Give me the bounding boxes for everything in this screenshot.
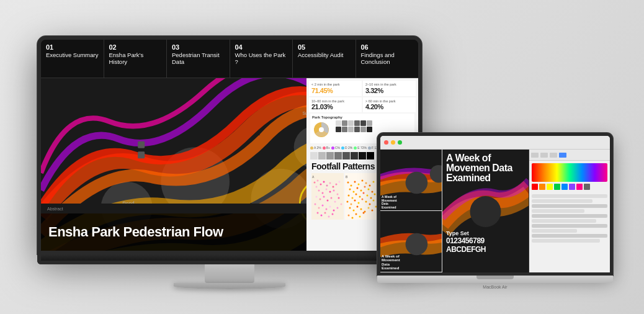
nav-item-3[interactable]: 03 Pedestrian Transit Data (167, 40, 230, 78)
main-title: Ensha Park Pedestrian Flow (48, 224, 223, 240)
stat-box-1: < 2 min in the park 71.45% (309, 81, 362, 96)
svg-point-69 (356, 194, 357, 195)
minimize-dot[interactable] (391, 140, 395, 145)
laptop-body (377, 276, 613, 283)
swatch-green[interactable] (554, 184, 560, 190)
svg-rect-50 (345, 173, 377, 220)
svg-point-88 (368, 207, 370, 209)
svg-point-16 (320, 184, 322, 186)
abstract-label-text: Abstract (47, 207, 63, 211)
swatch-1 (310, 152, 318, 159)
svg-point-83 (349, 207, 351, 209)
svg-point-59 (373, 181, 375, 183)
svg-point-46 (321, 215, 323, 217)
svg-point-68 (352, 197, 354, 199)
topo-label: Park Topography (312, 115, 413, 119)
prop-row-1 (532, 194, 607, 198)
nav-label-3: Pedestrian Transit Data (172, 52, 225, 66)
close-dot[interactable] (384, 140, 388, 145)
swatch-gray[interactable] (584, 184, 590, 190)
svg-point-94 (359, 216, 361, 218)
nav-item-2[interactable]: 02 Ensha Park's History (104, 40, 168, 78)
stat-box-2: 2–10 min in the park 3.32% (363, 81, 416, 96)
nav-label-1: Executive Summary (46, 52, 99, 58)
svg-point-29 (337, 194, 339, 195)
laptop-right-panel (529, 150, 610, 272)
color-gradient-area (529, 161, 610, 192)
svg-point-18 (323, 181, 325, 183)
swatch-pink[interactable] (576, 184, 583, 190)
laptop-panel-2: A Week ofMovementDataExamined (380, 211, 442, 272)
svg-point-95 (363, 212, 365, 214)
main-content: Pond← Sunshine Pavilion → (41, 78, 418, 251)
legend-text-c: C% (335, 146, 340, 150)
nav-item-4[interactable]: 04 Who Uses the Park ? (230, 40, 293, 78)
svg-point-41 (329, 206, 331, 208)
type-set-label: Type Set (446, 230, 525, 236)
svg-point-36 (338, 197, 340, 199)
svg-point-35 (334, 201, 336, 203)
stats-row-2: 10–60 min in the park 21.03% > 60 min in… (309, 97, 416, 113)
panel-label-2: A Week ofMovementDataExamined (382, 254, 400, 271)
stat-label-1: < 2 min in the park (311, 83, 359, 87)
stat-value-4: 4.20% (365, 103, 413, 110)
laptop-wrapper: A Week ofMovementDataExamined (377, 133, 613, 289)
dot-grid-1: A (311, 173, 344, 220)
swatch-4 (334, 152, 342, 159)
swatch-blue[interactable] (561, 184, 568, 190)
laptop-small-panels: A Week ofMovementDataExamined (380, 150, 442, 272)
tool-active[interactable] (559, 153, 566, 158)
prop-row-8 (532, 229, 577, 233)
svg-point-71 (363, 192, 365, 194)
laptop-screen-wrapper: A Week ofMovementDataExamined (377, 133, 613, 276)
legend-dot-c (331, 146, 334, 150)
prop-row-3 (532, 204, 607, 208)
monitor-neck (205, 264, 254, 283)
nav-item-1[interactable]: 01 Executive Summary (41, 40, 104, 78)
svg-rect-9 (138, 151, 145, 158)
swatch-yellow[interactable] (547, 184, 553, 190)
stat-label-3: 10–60 min in the park (311, 99, 359, 104)
monitor-frame: 01 Executive Summary 02 Ensha Park's His… (37, 36, 422, 254)
swatch-red[interactable] (532, 184, 538, 190)
swatch-purple[interactable] (569, 184, 575, 190)
svg-point-91 (348, 215, 350, 217)
nav-item-5[interactable]: 05 Accessiblity Audit (293, 40, 356, 78)
svg-point-67 (348, 195, 350, 197)
stat-label-2: 2–10 min in the park (365, 83, 413, 87)
monitor-wrapper: 01 Executive Summary 02 Ensha Park's His… (37, 36, 422, 289)
svg-point-76 (351, 204, 352, 205)
nav-bar: 01 Executive Summary 02 Ensha Park's His… (41, 40, 418, 78)
legend-dot-f (368, 146, 371, 150)
svg-point-17 (316, 186, 318, 188)
swatch-5 (342, 152, 350, 159)
prop-row-9 (532, 234, 607, 238)
svg-point-56 (362, 180, 364, 182)
tool-2[interactable] (540, 153, 548, 158)
color-gradient-bar[interactable] (532, 163, 607, 182)
prop-row-2 (532, 199, 593, 203)
svg-point-78 (358, 202, 360, 204)
swatch-orange[interactable] (539, 184, 545, 190)
alphabet-display: ABCDEFGH (446, 245, 525, 254)
maximize-dot[interactable] (398, 140, 402, 145)
legend-dot-e (354, 146, 357, 150)
legend-item-d: D 2% (341, 146, 352, 150)
svg-point-60 (349, 189, 351, 191)
tool-1[interactable] (531, 153, 539, 158)
svg-point-19 (326, 185, 328, 187)
tool-3[interactable] (550, 153, 557, 158)
svg-point-47 (324, 212, 326, 214)
svg-point-48 (328, 216, 330, 218)
prop-row-10 (532, 239, 600, 243)
svg-point-79 (362, 199, 364, 200)
nav-item-6[interactable]: 06 Findings and Conclusion (356, 40, 419, 78)
svg-point-39 (322, 205, 324, 207)
svg-point-62 (357, 187, 359, 189)
nav-number-4: 04 (235, 43, 288, 51)
stat-value-3: 21.03% (311, 103, 359, 110)
legend-text-e: E 72% (357, 146, 367, 150)
stats-row-1: < 2 min in the park 71.45% 2–10 min in t… (309, 81, 416, 96)
legend-text-d: D 2% (345, 146, 352, 150)
svg-point-33 (327, 200, 329, 202)
